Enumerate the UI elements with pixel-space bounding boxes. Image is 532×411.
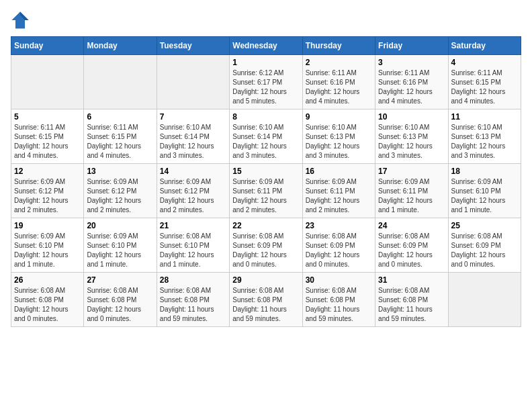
day-number: 14 [160,167,226,176]
calendar-cell: 9Sunrise: 6:10 AMSunset: 6:13 PMDaylight… [302,109,375,164]
day-number: 19 [14,221,81,230]
day-number: 13 [87,167,153,176]
day-info: Sunrise: 6:11 AMSunset: 6:16 PMDaylight:… [378,68,445,106]
calendar-cell: 6Sunrise: 6:11 AMSunset: 6:15 PMDaylight… [84,109,157,164]
calendar-week-5: 26Sunrise: 6:08 AMSunset: 6:08 PMDayligh… [11,273,521,327]
calendar-cell: 22Sunrise: 6:08 AMSunset: 6:09 PMDayligh… [230,218,302,273]
day-info: Sunrise: 6:08 AMSunset: 6:08 PMDaylight:… [306,286,372,324]
day-number: 18 [451,167,518,176]
day-info: Sunrise: 6:10 AMSunset: 6:13 PMDaylight:… [306,123,372,161]
day-number: 27 [87,275,153,285]
day-info: Sunrise: 6:08 AMSunset: 6:10 PMDaylight:… [160,232,226,269]
day-info: Sunrise: 6:12 AMSunset: 6:17 PMDaylight:… [232,68,299,106]
day-number: 12 [14,167,81,176]
day-number: 26 [14,275,81,285]
day-number: 16 [306,167,372,176]
weekday-header-tuesday: Tuesday [157,37,229,55]
calendar-cell: 31Sunrise: 6:08 AMSunset: 6:08 PMDayligh… [375,273,448,327]
day-number: 17 [378,167,445,176]
calendar-cell: 10Sunrise: 6:10 AMSunset: 6:13 PMDayligh… [375,109,448,164]
day-number: 10 [378,112,445,122]
day-info: Sunrise: 6:08 AMSunset: 6:08 PMDaylight:… [232,286,299,324]
day-info: Sunrise: 6:08 AMSunset: 6:09 PMDaylight:… [306,232,372,269]
day-number: 8 [232,112,299,122]
day-info: Sunrise: 6:09 AMSunset: 6:12 PMDaylight:… [160,177,226,215]
day-info: Sunrise: 6:11 AMSunset: 6:15 PMDaylight:… [451,68,518,106]
day-info: Sunrise: 6:08 AMSunset: 6:08 PMDaylight:… [160,286,226,324]
day-number: 15 [232,167,299,176]
day-number: 7 [160,112,226,122]
day-number: 4 [451,58,518,67]
calendar-table: SundayMondayTuesdayWednesdayThursdayFrid… [11,36,521,327]
day-info: Sunrise: 6:10 AMSunset: 6:14 PMDaylight:… [232,123,299,161]
calendar-cell: 27Sunrise: 6:08 AMSunset: 6:08 PMDayligh… [84,273,157,327]
day-number: 25 [451,221,518,230]
day-info: Sunrise: 6:09 AMSunset: 6:11 PMDaylight:… [306,177,372,215]
calendar-cell: 12Sunrise: 6:09 AMSunset: 6:12 PMDayligh… [11,164,84,218]
weekday-header-sunday: Sunday [11,37,84,55]
calendar-cell: 25Sunrise: 6:08 AMSunset: 6:09 PMDayligh… [448,218,521,273]
logo [11,11,32,30]
day-info: Sunrise: 6:11 AMSunset: 6:16 PMDaylight:… [306,68,372,106]
calendar-cell [157,55,229,109]
calendar-cell: 14Sunrise: 6:09 AMSunset: 6:12 PMDayligh… [157,164,229,218]
day-number: 6 [87,112,153,122]
calendar-cell: 17Sunrise: 6:09 AMSunset: 6:11 PMDayligh… [375,164,448,218]
day-number: 2 [306,58,372,67]
calendar-cell: 24Sunrise: 6:08 AMSunset: 6:09 PMDayligh… [375,218,448,273]
day-number: 24 [378,221,445,230]
day-number: 20 [87,221,153,230]
day-info: Sunrise: 6:09 AMSunset: 6:12 PMDaylight:… [14,177,81,215]
weekday-header-thursday: Thursday [302,37,375,55]
calendar-week-3: 12Sunrise: 6:09 AMSunset: 6:12 PMDayligh… [11,164,521,218]
day-info: Sunrise: 6:11 AMSunset: 6:15 PMDaylight:… [14,123,81,161]
day-info: Sunrise: 6:10 AMSunset: 6:13 PMDaylight:… [451,123,518,161]
calendar-week-4: 19Sunrise: 6:09 AMSunset: 6:10 PMDayligh… [11,218,521,273]
day-info: Sunrise: 6:09 AMSunset: 6:11 PMDaylight:… [378,177,445,215]
day-number: 21 [160,221,226,230]
calendar-cell: 15Sunrise: 6:09 AMSunset: 6:11 PMDayligh… [230,164,302,218]
calendar-cell: 7Sunrise: 6:10 AMSunset: 6:14 PMDaylight… [157,109,229,164]
day-info: Sunrise: 6:11 AMSunset: 6:15 PMDaylight:… [87,123,153,161]
calendar-cell: 11Sunrise: 6:10 AMSunset: 6:13 PMDayligh… [448,109,521,164]
day-info: Sunrise: 6:09 AMSunset: 6:10 PMDaylight:… [14,232,81,269]
calendar-cell: 1Sunrise: 6:12 AMSunset: 6:17 PMDaylight… [230,55,302,109]
calendar-cell: 26Sunrise: 6:08 AMSunset: 6:08 PMDayligh… [11,273,84,327]
calendar-cell [84,55,157,109]
day-info: Sunrise: 6:08 AMSunset: 6:09 PMDaylight:… [378,232,445,269]
day-number: 29 [232,275,299,285]
calendar-cell: 16Sunrise: 6:09 AMSunset: 6:11 PMDayligh… [302,164,375,218]
calendar-cell: 20Sunrise: 6:09 AMSunset: 6:10 PMDayligh… [84,218,157,273]
calendar-cell: 18Sunrise: 6:09 AMSunset: 6:10 PMDayligh… [448,164,521,218]
calendar-cell: 19Sunrise: 6:09 AMSunset: 6:10 PMDayligh… [11,218,84,273]
day-number: 28 [160,275,226,285]
day-info: Sunrise: 6:08 AMSunset: 6:09 PMDaylight:… [451,232,518,269]
day-number: 11 [451,112,518,122]
calendar-cell [448,273,521,327]
calendar-cell: 28Sunrise: 6:08 AMSunset: 6:08 PMDayligh… [157,273,229,327]
calendar-cell: 5Sunrise: 6:11 AMSunset: 6:15 PMDaylight… [11,109,84,164]
calendar-cell: 21Sunrise: 6:08 AMSunset: 6:10 PMDayligh… [157,218,229,273]
day-info: Sunrise: 6:08 AMSunset: 6:09 PMDaylight:… [232,232,299,269]
calendar-cell: 30Sunrise: 6:08 AMSunset: 6:08 PMDayligh… [302,273,375,327]
day-info: Sunrise: 6:08 AMSunset: 6:08 PMDaylight:… [14,286,81,324]
day-number: 9 [306,112,372,122]
day-info: Sunrise: 6:09 AMSunset: 6:10 PMDaylight:… [451,177,518,215]
weekday-header-wednesday: Wednesday [230,37,302,55]
weekday-header-monday: Monday [84,37,157,55]
day-info: Sunrise: 6:08 AMSunset: 6:08 PMDaylight:… [378,286,445,324]
calendar-cell: 8Sunrise: 6:10 AMSunset: 6:14 PMDaylight… [230,109,302,164]
logo-icon [11,11,30,30]
calendar-week-1: 1Sunrise: 6:12 AMSunset: 6:17 PMDaylight… [11,55,521,109]
weekday-header-friday: Friday [375,37,448,55]
day-number: 23 [306,221,372,230]
calendar-week-2: 5Sunrise: 6:11 AMSunset: 6:15 PMDaylight… [11,109,521,164]
day-number: 3 [378,58,445,67]
day-info: Sunrise: 6:10 AMSunset: 6:14 PMDaylight:… [160,123,226,161]
calendar-cell: 2Sunrise: 6:11 AMSunset: 6:16 PMDaylight… [302,55,375,109]
day-number: 1 [232,58,299,67]
day-info: Sunrise: 6:08 AMSunset: 6:08 PMDaylight:… [87,286,153,324]
calendar-cell [11,55,84,109]
day-info: Sunrise: 6:09 AMSunset: 6:10 PMDaylight:… [87,232,153,269]
day-number: 31 [378,275,445,285]
